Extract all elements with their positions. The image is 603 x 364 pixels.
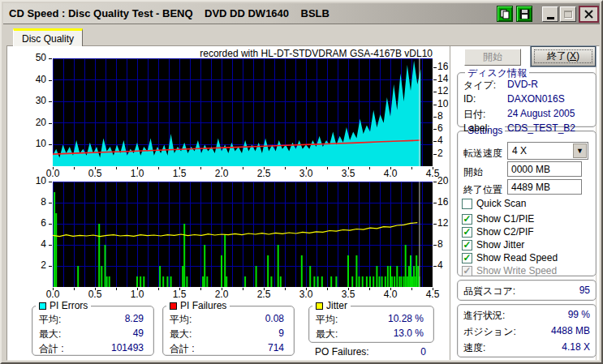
axis-tick-mark [49,182,52,182]
axis-tick-label: 12 [437,218,448,229]
axis-tick-mark [49,101,52,102]
axis-tick-mark [433,67,437,68]
checkmark-icon[interactable]: ✓ [462,240,472,251]
minimize-button[interactable] [542,6,558,22]
stat-value: 13.0 % [394,328,424,341]
axis-tick-label: 6 [437,123,443,134]
axis-tick-mark [411,288,412,290]
checkbox-quick-scan[interactable]: Quick Scan [462,198,526,209]
end-position-label: 終了位置 [463,183,502,197]
axis-tick-mark [49,80,52,81]
disc-info-value: 24 August 2005 [507,108,575,119]
progress-row: ポジション:4488 MB [463,325,590,339]
copy-button[interactable] [497,6,513,22]
speed-select[interactable]: 4 X ▼ [507,142,588,160]
start-position-input[interactable]: 0000 MB [507,161,582,177]
axis-tick-mark [433,105,437,105]
titlebar: CD Speed : Disc Quality Test - BENQ DVD … [3,3,600,24]
progress-label: 速度: [463,341,485,355]
stat-value: 49 [133,328,144,341]
checkmark-icon[interactable]: ✓ [462,253,472,263]
empty-checkbox-icon[interactable] [462,199,472,209]
axis-tick-mark [433,79,437,80]
stat-value: 9 [278,328,284,341]
axis-tick-mark [433,266,437,267]
axis-tick-mark [49,224,52,225]
quality-score-value: 95 [579,285,590,298]
axis-tick-label: 2.5 [257,169,271,179]
checkbox-show-c2-pif[interactable]: ✓Show C2/PIF [462,226,534,238]
stat-label: 平均: [39,313,61,327]
axis-tick-mark [433,117,437,118]
disc-info-value: DVD-R [507,79,538,90]
axis-tick-label: 2 [41,260,46,271]
axis-tick-mark [179,167,180,169]
axis-tick-mark [285,288,286,290]
axis-tick-mark [433,167,433,169]
axis-tick-mark [49,123,52,124]
axis-tick-label: 14 [437,74,448,84]
axis-tick-label: 3.5 [342,289,355,300]
maximize-button[interactable] [560,6,576,22]
axis-tick-mark [53,167,54,169]
end-position-input[interactable]: 4489 MB [507,179,582,195]
stat-value: 714 [268,342,284,356]
close-button[interactable] [579,6,599,23]
axis-tick-mark [53,288,54,290]
stat-label: 平均: [316,313,338,327]
checkmark-icon: ✓ [462,266,472,276]
pi-failures-stats-box: PI Failures 平均:0.08最大:9合計 :714 [162,306,295,356]
start-button[interactable]: 開始 [464,49,521,66]
axis-tick-label: 0.5 [88,169,102,179]
stat-value: 8.29 [125,313,144,327]
axis-tick-mark [433,182,437,182]
checkmark-icon[interactable]: ✓ [462,227,472,238]
axis-tick-mark [49,144,52,145]
axis-tick-mark [327,167,328,169]
axis-tick-mark [116,288,117,290]
axis-tick-label: 20 [36,118,46,128]
checkmark-icon[interactable]: ✓ [462,214,472,225]
axis-tick-mark [49,203,52,203]
tab-disc-quality[interactable]: Disc Quality [13,28,83,46]
axis-tick-mark [433,141,437,142]
save-button[interactable] [516,6,532,22]
axis-tick-label: 1.0 [131,289,144,300]
chevron-down-icon[interactable]: ▼ [573,143,587,158]
close-icon [584,10,593,19]
stat-label: 最大: [39,328,61,341]
axis-tick-label: 1.5 [173,289,187,300]
axis-tick-label: 4 [41,239,46,250]
axis-tick-label: 0.0 [46,289,60,300]
axis-tick-mark [264,288,265,290]
checkbox-show-c1-pie[interactable]: ✓Show C1/PIE [462,213,534,225]
axis-tick-mark [49,266,52,267]
recorded-with-label: recorded with HL-DT-STDVDRAM GSA-4167B v… [7,48,433,59]
axis-tick-mark [433,245,437,246]
checkbox-label: Show Jitter [476,239,524,251]
axis-tick-label: 40 [36,75,46,85]
checkbox-show-jitter[interactable]: ✓Show Jitter [462,239,524,251]
chart-canvas [53,58,433,166]
axis-tick-mark [369,288,370,290]
pi-errors-swatch-icon [39,302,46,310]
axis-tick-label: 2.0 [215,289,229,300]
axis-tick-label: 12 [437,86,448,96]
axis-tick-mark [200,167,201,169]
stat-label: 最大: [316,328,338,341]
window-title: CD Speed : Disc Quality Test - BENQ DVD … [3,7,329,19]
axis-tick-label: 16 [437,62,448,72]
progress-row: 速度:4.18 X [463,341,590,355]
checkbox-label: Show Read Speed [476,252,558,263]
copy-icon [500,9,510,19]
po-failures-label: PO Failures: [315,346,369,358]
exit-button[interactable]: 終了(X) [531,46,596,66]
pi-failures-legend-label: PI Failures [180,300,226,311]
axis-tick-mark [74,288,75,290]
axis-tick-mark [243,288,243,290]
pi-errors-stats-box: PI Errors 平均:8.29最大:49合計 :101493 [32,306,154,356]
checkbox-label: Show C1/PIE [476,213,534,225]
axis-tick-label: 1.0 [131,169,144,179]
axis-tick-mark [264,167,265,169]
checkbox-show-read-speed[interactable]: ✓Show Read Speed [462,252,558,263]
